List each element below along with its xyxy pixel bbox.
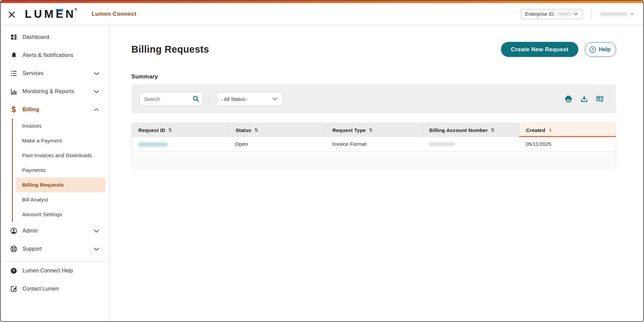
print-icon[interactable] (564, 95, 573, 103)
filter-toolbar: - All Status - (131, 84, 616, 113)
sidebar-item-make-a-payment[interactable]: Make a Payment (16, 133, 105, 148)
sidebar-item-services[interactable]: Services (1, 64, 109, 82)
sidebar-item-alerts[interactable]: Alerts & Notifications (1, 46, 109, 64)
sort-icon[interactable]: ⇅ (168, 127, 172, 133)
help-button[interactable]: ? Help (585, 42, 616, 57)
sidebar-item-admin[interactable]: Admin (1, 222, 109, 240)
search-icon[interactable] (192, 95, 200, 103)
column-header-created[interactable]: Created ↓ (519, 123, 616, 137)
chevron-up-icon (94, 108, 99, 111)
sidebar-item-billing[interactable]: $ Billing (1, 101, 109, 119)
sidebar-item-label: Contact Lumen (22, 286, 59, 292)
logo-text: LUM (25, 8, 56, 19)
chevron-down-icon (272, 98, 277, 101)
sidebar-item-monitoring-reports[interactable]: Monitoring & Reports (1, 82, 109, 101)
question-circle-icon: ? (589, 46, 596, 53)
column-header-status[interactable]: Status ⇅ (229, 123, 325, 137)
sidebar-item-past-invoices-downloads[interactable]: Past Invoices and Downloads (16, 148, 105, 163)
request-id-link[interactable]: ########## (138, 141, 167, 147)
filter-divider (209, 92, 210, 106)
top-header: LUMEN® Lumen Connect Enterprise ID: ####… (1, 3, 643, 25)
close-menu-icon[interactable] (7, 10, 16, 18)
registered-mark: ® (74, 8, 79, 11)
table-settings-icon[interactable] (596, 95, 604, 103)
billing-requests-table: Request ID ⇅ Status ⇅ Request Type ⇅ Bil… (131, 123, 616, 169)
svg-text:?: ? (592, 48, 594, 52)
billing-submenu: Invoices Make a Payment Past Invoices an… (12, 119, 109, 222)
page-actions: Create New Request ? Help (501, 42, 616, 57)
sidebar-item-label: Lumen Connect Help (22, 268, 73, 274)
sidebar-item-label: Support (22, 246, 42, 252)
create-new-request-button[interactable]: Create New Request (501, 42, 579, 57)
chevron-down-icon (94, 230, 99, 233)
sidebar-item-bill-analyst[interactable]: Bill Analyst (16, 192, 105, 207)
chevron-down-icon (94, 90, 99, 93)
lumen-logo: LUMEN® (25, 8, 79, 19)
help-circle-icon: ? (10, 267, 18, 275)
svg-text:?: ? (13, 269, 15, 273)
help-button-label: Help (599, 47, 610, 53)
table-header-row: Request ID ⇅ Status ⇅ Request Type ⇅ Bil… (132, 123, 616, 137)
list-icon (10, 69, 18, 77)
life-ring-icon (10, 245, 18, 253)
sidebar-nav: Dashboard Alerts & Notifications Service… (1, 25, 110, 321)
sidebar-item-contact-lumen[interactable]: Contact Lumen (1, 280, 109, 298)
status-filter-dropdown[interactable]: - All Status - (216, 92, 282, 106)
sort-icon[interactable]: ⇅ (369, 127, 373, 133)
table-empty-area (132, 151, 616, 168)
dollar-icon: $ (10, 106, 18, 114)
sidebar-item-label: Services (22, 70, 44, 76)
column-header-request-id[interactable]: Request ID ⇅ (132, 123, 229, 137)
page-head: Billing Requests Create New Request ? He… (131, 42, 616, 57)
cell-request-id: ########## (132, 137, 229, 151)
sidebar-item-label: Dashboard (22, 34, 49, 40)
app-window: LUMEN® Lumen Connect Enterprise ID: ####… (0, 0, 644, 322)
cell-billing-account-number: ######### (422, 137, 519, 151)
column-header-billing-account-number[interactable]: Billing Account Number ⇅ (422, 123, 519, 137)
bell-icon (10, 51, 18, 59)
user-name: ########## (600, 11, 627, 17)
page-title: Billing Requests (131, 44, 209, 55)
sidebar-item-billing-requests[interactable]: Billing Requests (16, 178, 105, 192)
sort-descending-icon[interactable]: ↓ (548, 127, 553, 133)
sidebar-item-support[interactable]: Support (1, 240, 109, 258)
status-filter-value: - All Status - (221, 96, 248, 102)
sidebar-item-label: Billing (22, 107, 39, 113)
sort-icon[interactable]: ⇅ (491, 127, 495, 133)
column-header-request-type[interactable]: Request Type ⇅ (325, 123, 422, 137)
person-circle-icon (10, 227, 18, 235)
app-title: Lumen Connect (91, 11, 136, 17)
bar-chart-icon (10, 87, 18, 95)
sidebar-item-account-settings[interactable]: Account Settings (16, 207, 105, 222)
cell-created: 05/11/2025 (519, 137, 616, 151)
chevron-down-icon (94, 72, 99, 75)
header-right: Enterprise ID: ##### ########## (521, 9, 634, 19)
summary-heading: Summary (131, 73, 616, 80)
sidebar-item-lumen-connect-help[interactable]: ? Lumen Connect Help (1, 262, 109, 280)
search-field-wrap (139, 92, 203, 106)
enterprise-id-label: Enterprise ID: (525, 11, 555, 17)
sidebar-item-dashboard[interactable]: Dashboard (1, 28, 109, 46)
dashboard-icon (10, 33, 18, 41)
sidebar-item-label: Monitoring & Reports (22, 88, 74, 94)
sidebar-item-label: Admin (22, 228, 38, 234)
edit-icon (10, 285, 18, 293)
sidebar-item-label: Alerts & Notifications (22, 52, 73, 58)
chevron-down-icon (94, 248, 99, 251)
chevron-down-icon (574, 13, 578, 15)
logo-letter-e: E (56, 8, 65, 19)
enterprise-id-dropdown[interactable]: Enterprise ID: ##### (521, 9, 582, 19)
table-row: ########## Open Invoice Format #########… (132, 137, 616, 151)
cell-status: Open (229, 137, 325, 151)
sidebar-item-payments[interactable]: Payments (16, 163, 105, 178)
header-divider (591, 9, 591, 19)
user-account-menu[interactable]: ########## (600, 11, 634, 17)
chevron-down-icon (630, 13, 634, 15)
cell-request-type: Invoice Format (325, 137, 422, 151)
table-tools (564, 95, 604, 103)
brand-gradient-bar (1, 1, 643, 3)
download-icon[interactable] (580, 95, 588, 103)
main-content: Billing Requests Create New Request ? He… (110, 25, 643, 321)
sort-icon[interactable]: ⇅ (254, 127, 258, 133)
sidebar-item-invoices[interactable]: Invoices (16, 119, 105, 133)
